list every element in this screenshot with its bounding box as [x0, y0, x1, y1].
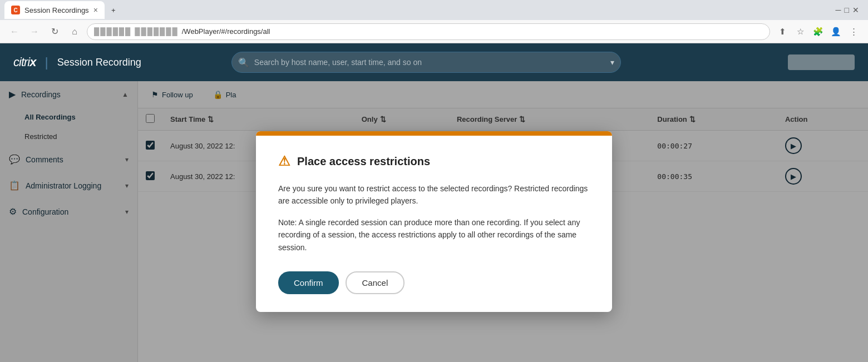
address-path: /WebPlayer/#/recordings/all [182, 27, 270, 36]
app-logo: citrix | Session Recording [13, 54, 141, 70]
profile-button[interactable]: 👤 [828, 24, 844, 39]
address-blurred-1: ██████ [94, 27, 131, 36]
confirm-button[interactable]: Confirm [278, 271, 339, 294]
app-header: citrix | Session Recording 🔍 ▾ [0, 43, 868, 81]
title-separator: | [45, 54, 48, 70]
browser-chrome: C Session Recordings × + ─ □ ✕ ← → ↻ ⌂ █… [0, 0, 868, 43]
dialog-body-text: Are you sure you want to restrict access… [278, 182, 590, 207]
dialog-actions: Confirm Cancel [278, 271, 590, 294]
warning-icon: ⚠ [278, 153, 290, 169]
home-button[interactable]: ⌂ [67, 24, 82, 39]
close-window-button[interactable]: ✕ [852, 6, 859, 14]
citrix-logo: citrix [13, 55, 36, 70]
maximize-button[interactable]: □ [845, 6, 849, 14]
dialog: ⚠ Place access restrictions Are you sure… [256, 131, 612, 312]
tab-close-button[interactable]: × [93, 6, 98, 14]
dialog-note-text: Note: A single recorded session can prod… [278, 216, 590, 254]
back-button[interactable]: ← [7, 24, 22, 39]
dialog-body: ⚠ Place access restrictions Are you sure… [256, 136, 612, 312]
main-content: ▶ Recordings ▲ All Recordings Restricted… [0, 81, 868, 362]
dialog-title: ⚠ Place access restrictions [278, 153, 590, 169]
nav-bar: ← → ↻ ⌂ ██████ ███████ /WebPlayer/#/reco… [0, 20, 868, 43]
active-tab[interactable]: C Session Recordings × [4, 1, 105, 19]
modal-overlay: ⚠ Place access restrictions Are you sure… [0, 81, 868, 362]
address-blurred-2: ███████ [135, 27, 178, 36]
menu-button[interactable]: ⋮ [846, 24, 861, 39]
share-button[interactable]: ⬆ [775, 24, 790, 39]
forward-button[interactable]: → [27, 24, 42, 39]
app-title: Session Recording [57, 57, 141, 68]
extensions-button[interactable]: 🧩 [810, 24, 826, 39]
tab-favicon: C [11, 6, 20, 14]
search-input[interactable] [231, 52, 621, 73]
tab-bar: C Session Recordings × + ─ □ ✕ [0, 0, 868, 20]
user-area[interactable] [788, 54, 855, 70]
reload-button[interactable]: ↻ [47, 24, 62, 39]
dialog-title-text: Place access restrictions [297, 155, 430, 168]
browser-actions: ⬆ ☆ 🧩 👤 ⋮ [775, 24, 861, 39]
search-chevron-icon: ▾ [610, 58, 614, 67]
cancel-button[interactable]: Cancel [346, 271, 405, 294]
app: citrix | Session Recording 🔍 ▾ ▶ Recordi… [0, 43, 868, 362]
search-icon: 🔍 [238, 57, 249, 68]
minimize-button[interactable]: ─ [836, 6, 841, 14]
dialog-top-bar [256, 131, 612, 136]
bookmark-button[interactable]: ☆ [792, 24, 808, 39]
search-bar[interactable]: 🔍 ▾ [231, 52, 621, 73]
new-tab-button[interactable]: + [105, 1, 125, 19]
address-bar[interactable]: ██████ ███████ /WebPlayer/#/recordings/a… [87, 23, 770, 40]
tab-title: Session Recordings [24, 6, 89, 14]
